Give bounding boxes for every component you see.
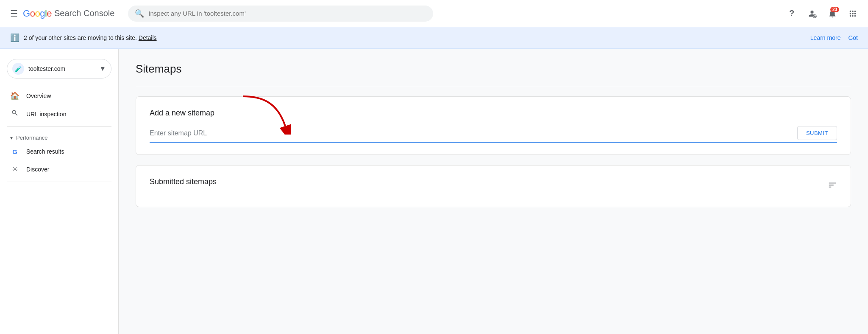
- performance-label: Performance: [16, 135, 47, 141]
- sidebar: 🧪 tooltester.com ▼ 🏠 Overview URL inspec…: [0, 49, 119, 334]
- logo-area: Google Search Console: [23, 8, 114, 19]
- add-sitemap-card: Add a new sitemap SUBMIT: [136, 96, 851, 155]
- sidebar-label-url-inspection: URL inspection: [26, 111, 66, 118]
- menu-icon[interactable]: ☰: [7, 5, 21, 22]
- sidebar-label-overview: Overview: [26, 93, 51, 99]
- info-icon: ℹ️: [10, 33, 19, 42]
- sidebar-item-url-inspection[interactable]: URL inspection: [0, 105, 111, 123]
- sidebar-item-discover[interactable]: ✳ Discover: [0, 160, 111, 178]
- learn-more-link[interactable]: Learn more: [810, 34, 841, 41]
- sidebar-item-overview[interactable]: 🏠 Overview: [0, 87, 111, 105]
- discover-icon: ✳: [10, 165, 19, 174]
- sidebar-label-discover: Discover: [26, 166, 49, 173]
- title-divider: [136, 86, 851, 86]
- property-selector[interactable]: 🧪 tooltester.com ▼: [7, 59, 111, 79]
- apps-button[interactable]: [844, 5, 861, 22]
- submit-button[interactable]: SUBMIT: [797, 126, 837, 140]
- red-arrow-annotation: [234, 92, 302, 135]
- search-console-label: Search Console: [54, 8, 114, 18]
- top-navigation: ☰ Google Search Console 🔍 ? 23: [0, 0, 868, 27]
- property-icon: 🧪: [12, 63, 24, 75]
- person-settings-icon: [807, 9, 817, 18]
- performance-chevron: ▾: [10, 135, 13, 141]
- filter-icon[interactable]: [828, 180, 837, 192]
- search-icon: 🔍: [135, 9, 144, 18]
- search-icon: [10, 109, 19, 119]
- nav-divider-1: [7, 126, 111, 127]
- sidebar-item-search-results[interactable]: G Search results: [0, 143, 111, 160]
- grid-icon: [848, 9, 857, 18]
- home-icon: 🏠: [10, 91, 19, 101]
- property-name: tooltester.com: [28, 65, 95, 72]
- notification-badge: 23: [830, 7, 839, 12]
- got-link[interactable]: Got: [848, 34, 858, 41]
- sitemap-input-container: SUBMIT: [150, 126, 837, 143]
- page-title: Sitemaps: [136, 62, 851, 76]
- search-console-settings-button[interactable]: [804, 5, 821, 22]
- main-layout: 🧪 tooltester.com ▼ 🏠 Overview URL inspec…: [0, 49, 868, 334]
- submitted-sitemaps-title: Submitted sitemaps: [150, 177, 217, 186]
- main-content: Sitemaps Add a new sitemap SUBMIT: [119, 49, 868, 334]
- submitted-sitemaps-header: Submitted sitemaps: [150, 177, 837, 195]
- nav-divider-2: [7, 182, 111, 182]
- notifications-button[interactable]: 23: [824, 5, 841, 22]
- google-logo: Google: [23, 8, 52, 19]
- url-inspect-search[interactable]: 🔍: [128, 6, 433, 22]
- banner-details-link[interactable]: Details: [139, 34, 157, 41]
- search-input[interactable]: [148, 10, 426, 17]
- nav-icon-group: ? 23: [783, 5, 861, 22]
- help-icon: ?: [789, 8, 794, 18]
- google-g-icon: G: [10, 147, 19, 156]
- help-icon-button[interactable]: ?: [783, 5, 800, 22]
- submitted-sitemaps-card: Submitted sitemaps: [136, 165, 851, 207]
- sidebar-section-performance[interactable]: ▾ Performance: [0, 130, 118, 143]
- property-dropdown-arrow: ▼: [99, 65, 106, 73]
- info-banner: ℹ️ 2 of your other sites are moving to t…: [0, 27, 868, 49]
- sidebar-label-search-results: Search results: [26, 148, 64, 155]
- banner-message: 2 of your other sites are moving to this…: [24, 34, 799, 41]
